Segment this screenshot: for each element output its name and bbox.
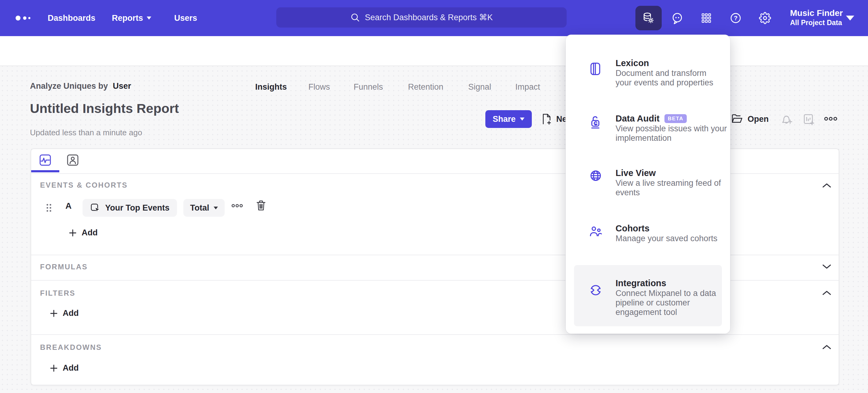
tab-insights[interactable]: Insights [255,72,287,102]
formulas-section-label: FORMULAS [40,262,88,271]
drag-handle-icon[interactable] [46,203,52,213]
beta-badge: BETA [664,114,687,123]
integrations-sync-icon [589,283,602,297]
data-audit-lock-icon [589,115,602,129]
share-button[interactable]: Share [485,110,532,128]
event-selector-pill[interactable]: Your Top Events [83,199,177,217]
data-management-button[interactable] [636,6,662,30]
nav-item-label: Reports [112,13,143,23]
event-row-letter: A [65,201,71,211]
search-placeholder: Search Dashboards & Reports ⌘K [365,12,493,22]
menu-item-description: Connect Mixpanel to a data pipeline or c… [616,289,718,317]
analyze-uniques-by: Analyze Uniques byUser [30,81,131,91]
caret-down-icon [147,17,151,20]
active-view-underline [31,170,59,172]
add-label: Add [63,309,79,318]
tab-label: Funnels [353,82,383,92]
top-navigation-bar: Dashboards Reports Users Search Dashboar… [0,0,868,36]
profiles-view-tab-icon[interactable] [67,154,79,166]
tab-signal[interactable]: Signal [468,72,491,102]
add-event-button[interactable]: Add [69,228,97,237]
open-label: Open [748,114,769,124]
mixpanel-app: Dashboards Reports Users Search Dashboar… [0,0,868,393]
menu-item-description: View a live streaming feed of events [616,178,732,197]
plus-icon [50,309,58,317]
cohorts-people-icon [589,225,602,237]
database-gear-icon [642,11,655,25]
analyze-by-label: Analyze Uniques by [30,81,108,91]
report-tabs-bar: Insights Flows Funnels Retention Signal … [0,36,868,66]
event-picker-icon [90,203,100,213]
filters-section-label: FILTERS [40,289,75,298]
event-row-more-icon[interactable] [231,203,243,208]
event-name: Your Top Events [105,203,169,213]
tab-impact[interactable]: Impact [515,72,540,102]
page-title[interactable]: Untitled Insights Report [30,101,179,116]
add-breakdown-button[interactable]: Add [50,363,79,373]
add-filter-button[interactable]: Add [50,309,79,318]
tab-label: Signal [468,82,491,92]
caret-down-icon [214,206,218,209]
plus-icon [50,364,58,372]
project-scope: All Project Data [790,18,843,27]
events-section-label: EVENTS & COHORTS [40,181,128,190]
nav-item-label: Users [174,13,197,23]
analyze-by-value[interactable]: User [113,81,131,91]
updated-status: Updated less than a minute ago [30,128,142,137]
menu-item-title: Lexicon [616,58,649,68]
svg-text:?: ? [734,15,738,22]
search-input[interactable]: Search Dashboards & Reports ⌘K [276,7,567,28]
settings-gear-icon[interactable] [759,12,771,24]
add-label: Add [82,228,97,237]
menu-item-title: Data Audit BETA [616,114,687,124]
open-report-button[interactable]: Open [731,112,769,126]
help-icon[interactable]: ? [730,12,742,24]
collapse-filters-chevron-up-icon[interactable] [822,290,831,296]
tab-funnels[interactable]: Funnels [353,72,383,102]
nav-item-label: Dashboards [48,13,95,23]
plus-icon [69,229,77,237]
project-name: Music Finder [790,8,843,18]
data-management-menu: Lexicon Document and transform your even… [566,35,730,334]
tab-retention[interactable]: Retention [408,72,443,102]
create-alert-bell-icon[interactable] [780,113,793,125]
tab-label: Retention [408,82,443,92]
collapse-events-chevron-up-icon[interactable] [822,183,831,188]
menu-item-title: Cohorts [616,223,649,233]
events-view-tab-icon[interactable] [39,154,51,166]
project-caret-down-icon[interactable] [846,16,854,21]
nav-item-dashboards[interactable]: Dashboards [48,0,95,36]
breakdowns-section-label: BREAKDOWNS [40,343,102,352]
expand-formulas-chevron-down-icon[interactable] [822,264,831,269]
collapse-breakdowns-chevron-up-icon[interactable] [822,344,831,350]
tab-label: Flows [308,82,330,92]
menu-item-title: Integrations [616,278,666,288]
search-icon [350,12,360,22]
menu-item-description: View possible issues with your implement… [616,124,735,143]
folder-open-icon [731,114,743,124]
project-selector[interactable]: Music Finder All Project Data [790,8,843,27]
nav-item-reports[interactable]: Reports [112,0,151,36]
divider [31,334,839,335]
mixpanel-logo-icon[interactable] [14,15,33,21]
apps-grid-icon[interactable] [700,12,712,24]
document-plus-icon [541,113,552,125]
lexicon-book-icon [589,62,602,76]
feedback-bubble-icon[interactable] [671,12,683,26]
caret-down-icon [520,117,524,120]
aggregation-value: Total [190,203,209,213]
add-label: Add [63,363,79,373]
menu-item-description: Document and transform your events and p… [616,68,721,87]
tab-label: Insights [255,82,287,92]
menu-item-description: Manage your saved cohorts [616,234,733,243]
more-options-icon[interactable] [824,116,837,121]
menu-item-title: Live View [616,168,656,178]
add-to-dashboard-icon[interactable] [803,113,815,125]
tab-label: Impact [515,82,540,92]
aggregation-dropdown[interactable]: Total [183,199,225,217]
delete-event-trash-icon[interactable] [256,200,266,212]
share-label: Share [493,114,516,124]
live-view-globe-icon [589,169,602,183]
nav-item-users[interactable]: Users [174,0,197,36]
tab-flows[interactable]: Flows [308,72,330,102]
